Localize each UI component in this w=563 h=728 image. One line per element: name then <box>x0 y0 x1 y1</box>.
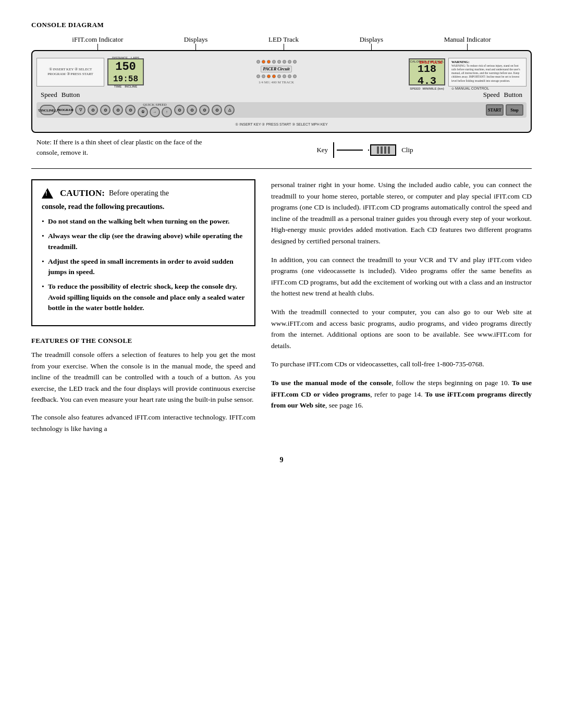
right-p5-bold1: To use the manual mode of the console <box>271 379 391 387</box>
clip-label: Clip <box>401 146 413 154</box>
right-column: personal trainer right in your home. Usi… <box>271 179 532 440</box>
led-dot <box>293 60 297 64</box>
speed-button-labels: Speed Button Speed Button <box>36 91 527 99</box>
caution-title-suffix: Before operating the <box>109 189 169 198</box>
right-paragraph-3: With the treadmill connected to your com… <box>271 306 532 351</box>
ekg-display: EKG2 PULSE CALORIES FAT CALS. 118 4.3 SP… <box>409 58 445 85</box>
caution-triangle-icon: ! <box>42 188 53 199</box>
incline-button[interactable]: ▽INCLINE△ <box>40 105 55 115</box>
start-button[interactable]: START <box>486 104 504 116</box>
features-title: FEATURES OF THE CONSOLE <box>31 337 255 345</box>
led-dot <box>267 60 271 64</box>
label-line <box>467 44 468 50</box>
bottom-insert-text: ① INSERT KEY ② PRESS START ③ SELECT MPH … <box>36 122 527 127</box>
console-diagram-section: CONSOLE DIAGRAM iFIT.com Indicator Displ… <box>31 21 532 158</box>
label-line <box>195 44 196 50</box>
quick-speed-label: QUICK SPEED <box>143 103 166 107</box>
led-track-center: PACER Circuit 1/4 MI | 400 M TRACK <box>147 60 406 84</box>
label-line <box>371 44 372 50</box>
display1-sub-top: DISTANCE LAPS <box>112 56 139 59</box>
speed-btn-5[interactable]: ⊙ <box>174 105 185 115</box>
section-divider <box>31 168 532 169</box>
stop-button[interactable]: Stop <box>506 104 523 116</box>
right-speed-btn-label: Speed Button <box>483 91 522 99</box>
quick-speed-buttons: ① → ↑ <box>138 107 172 117</box>
led-dot <box>256 75 260 78</box>
key-clip-diagram: Key Clip <box>203 137 527 158</box>
clip-body <box>370 144 396 156</box>
led-dot <box>262 60 265 64</box>
warning-title: WARNING: <box>451 60 523 64</box>
manual-control-label: ⊙ MANUAL CONTROL <box>451 86 523 91</box>
caution-item-2: Always wear the clip (see the drawing ab… <box>42 231 245 252</box>
quick-speed-btn-3[interactable]: ↑ <box>162 107 172 117</box>
quick-speed-btn-2[interactable]: → <box>150 107 160 117</box>
right-p5-text2: , refer to page 14. <box>370 390 422 398</box>
label-line <box>97 44 98 50</box>
features-paragraph-2: The console also features advanced iFIT.… <box>31 412 255 434</box>
display1-sub-bottom: TIME INCLINE <box>114 85 137 88</box>
track-label: 1/4 MI | 400 M TRACK <box>259 80 294 84</box>
caution-item-1: Do not stand on the walking belt when tu… <box>42 216 245 227</box>
right-paragraph-1: personal trainer right in your home. Usi… <box>271 179 532 247</box>
label-line <box>284 44 284 50</box>
key-stem <box>333 142 334 158</box>
led-dot <box>277 60 281 64</box>
speed-btn-7[interactable]: ⊙ <box>199 105 210 115</box>
right-paragraph-2: In addition, you can connect the treadmi… <box>271 254 532 299</box>
console-bottom-row: ▽INCLINE△ PROGRAM ▽ ⊙ ⊙ ⊙ ⊙ QUICK SPEED … <box>36 102 527 118</box>
led-dot <box>262 75 265 78</box>
speed-btn-1[interactable]: ⊙ <box>88 105 98 115</box>
left-speed-btn-label: Speed Button <box>41 91 80 99</box>
led-track-label: LED Track <box>268 35 299 50</box>
speed-btn-4[interactable]: ⊙ <box>125 105 136 115</box>
program-button[interactable]: PROGRAM <box>57 105 73 115</box>
up-arrow-button[interactable]: △ <box>224 105 235 115</box>
right-p5-text1: , follow the steps beginning on page 10. <box>391 379 509 387</box>
console-box: ① INSERT KEY ② SELECT PROGRAM ③ PRESS ST… <box>31 50 532 133</box>
led-dot <box>267 75 271 78</box>
digital-display-1: DISTANCE LAPS 150 19:58 TIME INCLINE <box>107 58 144 85</box>
console-diagram-title: CONSOLE DIAGRAM <box>31 21 532 29</box>
caution-title: ! CAUTION: Before operating the <box>42 188 245 199</box>
console-top-row: ① INSERT KEY ② SELECT PROGRAM ③ PRESS ST… <box>36 56 527 88</box>
displays2-label: Displays <box>360 35 384 50</box>
ekg-sub-bottom: SPEED MIN/MILE (km) <box>410 87 444 90</box>
quick-speed-group: QUICK SPEED ① → ↑ <box>138 103 172 117</box>
display1-value-bottom: 19:58 <box>113 75 138 84</box>
led-dot <box>272 75 276 78</box>
led-dot <box>293 75 297 78</box>
console-left-panel: ① INSERT KEY ② SELECT PROGRAM ③ PRESS ST… <box>36 58 104 87</box>
displays1-label: Displays <box>184 35 208 50</box>
led-row-top <box>256 60 297 64</box>
features-paragraph-1: The treadmill console offers a selection… <box>31 349 255 405</box>
led-dot <box>283 60 286 64</box>
connector-section: Note: If there is a thin sheet of clear … <box>31 137 532 158</box>
console-labels-row: iFIT.com Indicator Displays LED Track Di… <box>31 35 532 50</box>
page-number: 9 <box>31 456 532 464</box>
right-paragraph-5: To use the manual mode of the console, f… <box>271 377 532 411</box>
ekg-value-top: 118 <box>418 63 436 75</box>
speed-btn-2[interactable]: ⊙ <box>100 105 111 115</box>
key-label: Key <box>316 146 328 154</box>
quick-speed-btn-1[interactable]: ① <box>138 107 148 117</box>
key-shape <box>333 142 363 158</box>
caution-word: CAUTION: <box>60 188 105 199</box>
led-dot <box>272 60 276 64</box>
key-cord <box>337 150 363 151</box>
pacer-circuit-label: PACER Circuit <box>261 66 292 72</box>
speed-btn-6[interactable]: ⊙ <box>187 105 197 115</box>
caution-item-4: To reduce the possibility of electric sh… <box>42 281 245 313</box>
down-arrow-button[interactable]: ▽ <box>75 105 85 115</box>
speed-btn-8[interactable]: ⊙ <box>212 105 222 115</box>
ekg-header: EKG2 PULSE <box>420 60 443 64</box>
right-p5-text3: , see page 16. <box>325 401 363 409</box>
console-right-panel: WARNING: WARNING: To reduce risk of seri… <box>448 58 527 87</box>
caution-subtitle: console, read the following precautions. <box>42 203 245 211</box>
speed-btn-3[interactable]: ⊙ <box>113 105 123 115</box>
led-row-bottom <box>256 75 297 78</box>
led-dot <box>288 75 291 78</box>
led-dot <box>283 75 286 78</box>
display1-value-top: 150 <box>115 60 136 73</box>
led-dot <box>288 60 291 64</box>
